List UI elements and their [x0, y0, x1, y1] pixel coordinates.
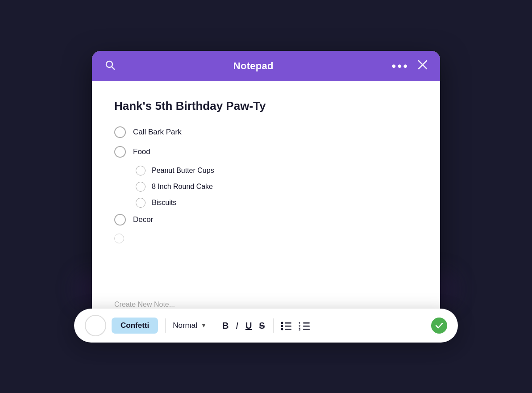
svg-rect-11 — [303, 322, 310, 324]
search-icon[interactable] — [104, 59, 115, 73]
item-label-4: 8 Inch Round Cake — [152, 183, 213, 191]
svg-rect-7 — [285, 326, 291, 327]
checkbox-4[interactable] — [136, 182, 145, 192]
svg-text:3: 3 — [299, 327, 301, 330]
checklist: Call Bark Park Food Peanut Butter Cups 8… — [114, 126, 418, 243]
svg-line-1 — [112, 67, 115, 69]
svg-point-4 — [281, 322, 283, 324]
item-label-2: Food — [133, 147, 150, 156]
bold-button[interactable]: B — [221, 319, 229, 332]
svg-rect-5 — [285, 322, 291, 324]
item-label-5: Biscuits — [152, 199, 176, 207]
item-label-1: Call Bark Park — [133, 128, 182, 137]
ordered-list-button[interactable]: 1 2 3 — [299, 321, 310, 330]
list-item — [114, 234, 418, 243]
svg-rect-13 — [303, 326, 310, 327]
divider-area — [92, 287, 440, 287]
italic-button[interactable]: I — [235, 319, 239, 332]
list-item: 8 Inch Round Cake — [136, 182, 418, 192]
style-label: Normal — [173, 321, 197, 330]
item-label-3: Peanut Butter Cups — [152, 167, 214, 175]
content-divider — [114, 287, 418, 287]
checkbox-7[interactable] — [114, 234, 124, 243]
checkbox-2[interactable] — [114, 146, 126, 158]
svg-point-6 — [281, 325, 283, 327]
style-selector[interactable]: Normal ▼ — [173, 321, 207, 330]
unordered-list-button[interactable] — [281, 321, 292, 330]
svg-rect-9 — [285, 329, 291, 330]
app-title: Notepad — [233, 60, 274, 72]
floating-toolbar: Confetti Normal ▼ B I U S 1 — [74, 309, 458, 343]
chevron-down-icon: ▼ — [201, 322, 207, 329]
list-item: Biscuits — [136, 198, 418, 208]
separator-2 — [214, 318, 214, 333]
checkbox-5[interactable] — [136, 198, 145, 208]
toolbar-tag-label[interactable]: Confetti — [112, 318, 158, 334]
strikethrough-button[interactable]: S — [258, 319, 266, 332]
list-item: Food — [114, 146, 418, 158]
notepad-content: Hank's 5th Birthday Paw-Ty Call Bark Par… — [92, 81, 440, 282]
app-wrapper: Notepad ••• Hank's 5th Birthday Paw-Ty C… — [92, 51, 440, 343]
svg-point-8 — [281, 328, 283, 330]
separator-3 — [273, 318, 274, 333]
new-note-placeholder[interactable]: Create New Note... — [114, 301, 418, 309]
list-item: Decor — [114, 214, 418, 226]
item-label-6: Decor — [133, 215, 153, 224]
notepad-header: Notepad ••• — [92, 51, 440, 81]
list-item: Peanut Butter Cups — [136, 166, 418, 176]
checkbox-1[interactable] — [114, 126, 126, 138]
svg-rect-15 — [303, 329, 310, 330]
underline-button[interactable]: U — [245, 319, 253, 332]
confirm-button[interactable] — [431, 318, 447, 334]
toolbar-avatar-circle[interactable] — [85, 315, 106, 336]
checkbox-3[interactable] — [136, 166, 145, 176]
more-options-button[interactable]: ••• — [392, 59, 409, 73]
separator-1 — [165, 318, 166, 333]
list-item: Call Bark Park — [114, 126, 418, 138]
notepad-window: Notepad ••• Hank's 5th Birthday Paw-Ty C… — [92, 51, 440, 322]
checkbox-6[interactable] — [114, 214, 126, 226]
note-title: Hank's 5th Birthday Paw-Ty — [114, 99, 418, 113]
close-button[interactable] — [418, 60, 428, 72]
